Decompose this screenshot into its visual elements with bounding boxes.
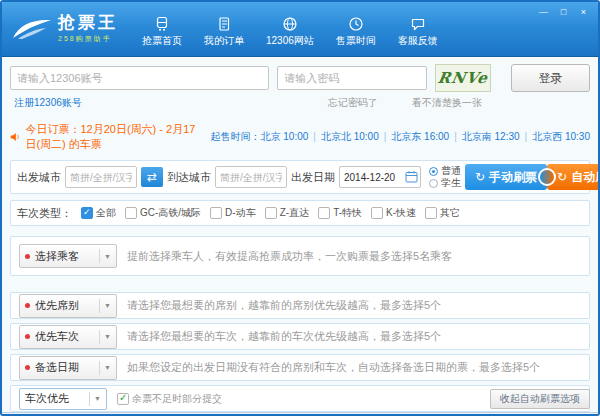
swap-cities-button[interactable]: ⇄ [141,167,163,187]
logo-text: 抢票王 258购票助手 [58,14,118,44]
checkbox-label: D-动车 [225,206,256,220]
traintype-t-checkbox[interactable]: T-特快 [318,206,362,220]
divider [99,249,100,263]
chevron-down-icon: ▼ [104,253,111,260]
red-dot-icon [25,334,30,339]
seat-class-section: 优先席别 ▼ 请选择您最想要的席别，越靠前的席别优先级越高，最多选择5个 [10,292,590,319]
titlebar: 抢票王 258购票助手 抢票首页 我的订单 [2,2,598,57]
search-panel: 出发城市 ⇄ 到达城市 出发日期 普通 [10,160,590,194]
chevron-down-icon: ▼ [104,302,111,309]
traintype-d-checkbox[interactable]: D-动车 [210,206,256,220]
refresh-icon: ↻ [557,170,567,184]
collapse-auto-refresh-button[interactable]: 收起自动刷票选项 [490,389,590,409]
nav-item-feedback[interactable]: 客服反馈 [398,16,438,48]
preferred-train-section: 优先车次 ▼ 请选择您最想要的车次，越靠前的车次优先级越高，最多选择5个 [10,323,590,350]
window-controls: — □ × [535,5,592,18]
speaker-icon [10,131,19,143]
radio-student[interactable]: 学生 [429,178,461,188]
app-title: 抢票王 [58,14,118,32]
traintype-other-checkbox[interactable]: 其它 [425,206,460,220]
train-type-panel: 车次类型： 全部 GC-高铁/城际 D-动车 Z-直达 T-特快 [10,200,590,226]
manual-refresh-label: 手动刷票 [489,169,537,186]
account-input[interactable] [10,66,269,90]
section-button-label: 选择乘客 [35,249,95,264]
ticket-type-radios: 普通 学生 [429,166,461,188]
checkbox-box [81,207,93,219]
to-city-input[interactable] [215,166,287,188]
preferred-train-button[interactable]: 优先车次 ▼ [19,325,117,349]
from-city-input[interactable] [65,166,137,188]
checkbox-box [318,207,330,219]
radio-label: 普通 [441,166,461,176]
divider [89,392,90,406]
maximize-button[interactable]: □ [555,5,572,18]
divider [99,361,100,375]
depart-date-label: 出发日期 [291,170,335,185]
checkbox-box [371,207,383,219]
preferred-seat-button[interactable]: 优先席别 ▼ [19,294,117,318]
nav-label: 我的订单 [204,34,244,48]
select-label: 车次优先 [25,391,85,406]
nav-item-12306-site[interactable]: 12306网站 [266,16,314,48]
login-panel: RNVe 登录 [10,64,590,92]
depart-date-field [339,166,421,188]
chevron-down-icon: ▼ [104,364,111,371]
traintype-all-checkbox[interactable]: 全部 [81,206,116,220]
checkbox-box [125,207,137,219]
backup-date-section: 备选日期 ▼ 如果您设定的出发日期没有符合的席别和车次，自动选择备选日期的票，最… [10,354,590,381]
orders-icon [216,16,232,32]
checkbox-label: 余票不足时部分提交 [132,392,222,406]
password-input[interactable] [277,66,427,90]
to-city-label: 到达城市 [167,170,211,185]
nav-item-home[interactable]: 抢票首页 [142,16,182,48]
radio-dot [429,179,438,188]
register-link[interactable]: 注册12306账号 [14,96,82,110]
red-dot-icon [25,365,30,370]
minimize-button[interactable]: — [535,5,552,18]
today-ticket-range: 今日订票：12月20日(周六) - 2月17日(周二) 的车票 [25,122,204,152]
checkbox-label: Z-直达 [280,206,309,220]
calendar-icon[interactable] [405,170,418,183]
app-logo: 抢票王 258购票助手 [12,14,128,44]
train-priority-select[interactable]: 车次优先 ▼ [19,388,107,410]
captcha-image[interactable]: RNVe [435,64,491,92]
forgot-password-link[interactable]: 忘记密码了 [328,96,378,110]
nav-label: 客服反馈 [398,34,438,48]
traintype-z-checkbox[interactable]: Z-直达 [265,206,309,220]
checkbox-box [210,207,222,219]
backup-date-button[interactable]: 备选日期 ▼ [19,356,117,380]
passenger-section: 选择乘客 ▼ 提前选择乘车人，有效提高抢票成功率，一次购票最多选择5名乘客 [10,236,590,276]
partial-submit-checkbox[interactable]: 余票不足时部分提交 [117,392,222,406]
nav-item-orders[interactable]: 我的订单 [204,16,244,48]
sale-time-station: 北京西 10:30 [532,130,590,144]
checkbox-label: 全部 [96,206,116,220]
train-icon [154,16,170,32]
logo-swoosh-icon [12,16,52,42]
section-button-label: 优先车次 [35,329,95,344]
checkbox-label: T-特快 [333,206,362,220]
login-button[interactable]: 登录 [511,64,590,92]
nav-label: 售票时间 [336,34,376,48]
manual-refresh-button[interactable]: ↻ 手动刷票 [465,164,547,190]
traintype-k-checkbox[interactable]: K-快速 [371,206,416,220]
checkbox-label: K-快速 [386,206,416,220]
select-passenger-button[interactable]: 选择乘客 ▼ [19,244,117,268]
from-city-label: 出发城市 [17,170,61,185]
section-description: 如果您设定的出发日期没有符合的席别和车次，自动选择备选日期的票，最多选择5个 [127,360,540,375]
captcha-refresh-link[interactable]: 看不清楚换一张 [412,96,482,110]
traintype-gc-checkbox[interactable]: GC-高铁/城际 [125,206,201,220]
login-links: 注册12306账号 忘记密码了 看不清楚换一张 [10,96,590,110]
divider [99,330,100,344]
clock-icon [348,16,364,32]
red-dot-icon [25,303,30,308]
refresh-actions: ↻ 手动刷票 ↻ 自动刷票 [465,164,600,190]
radio-normal[interactable]: 普通 [429,166,461,176]
checkbox-label: 其它 [440,206,460,220]
notice-ticker: 今日订票：12月20日(周六) - 2月17日(周二) 的车票 起售时间： 北京… [10,122,590,152]
section-description: 请选择您最想要的席别，越靠前的席别优先级越高，最多选择5个 [127,298,441,313]
chevron-down-icon: ▼ [104,333,111,340]
close-button[interactable]: × [575,5,592,18]
section-button-label: 备选日期 [35,360,95,375]
divider [99,299,100,313]
nav-item-sale-time[interactable]: 售票时间 [336,16,376,48]
